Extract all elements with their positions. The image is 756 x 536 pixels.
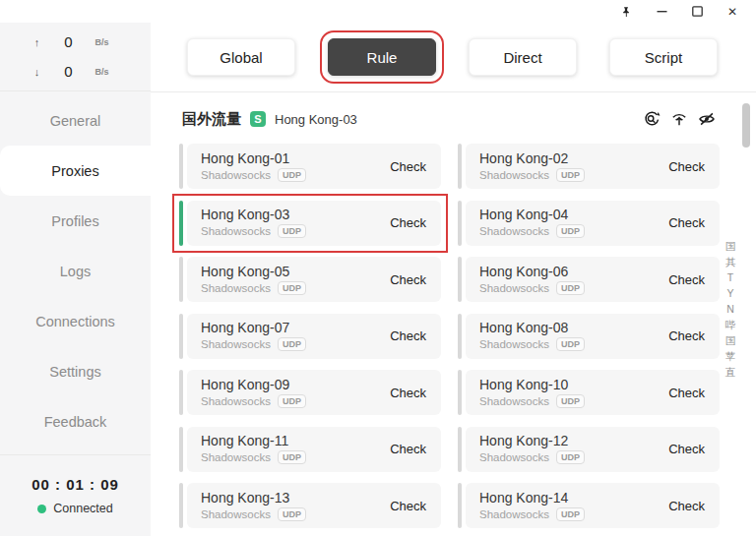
check-button[interactable]: Check	[668, 159, 720, 174]
proxy-protocol: Shadowsocks	[479, 395, 549, 407]
status-dot-icon	[37, 505, 46, 513]
mode-button-rule[interactable]: Rule	[328, 38, 436, 76]
proxy-name: Hong Kong-11	[201, 434, 390, 448]
proxy-card[interactable]: Hong Kong-04 Shadowsocks UDP Check	[458, 201, 720, 246]
proxy-name: Hong Kong-05	[201, 265, 390, 279]
proxy-protocol: Shadowsocks	[201, 338, 271, 350]
check-button[interactable]: Check	[668, 215, 720, 230]
sidebar-item-profiles[interactable]: Profiles	[0, 196, 151, 246]
titlebar: ✕	[0, 0, 756, 23]
mode-button-direct[interactable]: Direct	[469, 38, 577, 76]
check-button[interactable]: Check	[390, 328, 441, 343]
group-actions	[642, 109, 716, 128]
sidebar-footer: 00 : 01 : 09 Connected	[0, 454, 151, 536]
check-button[interactable]: Check	[390, 159, 441, 174]
sidebar-item-connections[interactable]: Connections	[0, 296, 151, 346]
proxy-status-bar	[458, 314, 462, 359]
sidebar-item-feedback[interactable]: Feedback	[0, 396, 151, 447]
sidebar-item-logs[interactable]: Logs	[0, 246, 151, 296]
sidebar-item-settings[interactable]: Settings	[0, 346, 151, 396]
proxy-protocol: Shadowsocks	[201, 451, 271, 463]
proxy-status-bar	[179, 427, 183, 472]
hide-details-eye-off-icon[interactable]	[697, 109, 716, 128]
proxy-name: Hong Kong-12	[479, 434, 668, 448]
sidebar-item-general[interactable]: General	[0, 95, 151, 146]
check-button[interactable]: Check	[390, 442, 441, 456]
proxy-status-bar	[458, 427, 462, 472]
group-index-item[interactable]: 国	[723, 238, 738, 254]
group-index-item[interactable]: 苹	[723, 348, 738, 364]
download-arrow-icon: ↓	[32, 66, 42, 78]
proxy-card[interactable]: Hong Kong-10 Shadowsocks UDP Check	[458, 370, 720, 415]
proxy-card[interactable]: Hong Kong-07 Shadowsocks UDP Check	[179, 314, 441, 359]
proxy-status-bar	[458, 370, 462, 415]
udp-badge: UDP	[278, 281, 306, 295]
proxy-status-bar	[179, 370, 183, 415]
udp-badge: UDP	[278, 394, 306, 408]
upload-arrow-icon: ↑	[32, 36, 42, 48]
group-title: 国外流量	[182, 110, 241, 129]
check-button[interactable]: Check	[390, 386, 441, 400]
group-index-item[interactable]: 直	[723, 364, 738, 380]
udp-badge: UDP	[278, 507, 306, 521]
proxy-protocol: Shadowsocks	[479, 508, 549, 520]
proxy-card[interactable]: Hong Kong-14 Shadowsocks UDP Check	[458, 483, 720, 528]
download-unit: B/s	[95, 67, 119, 77]
latency-test-icon[interactable]	[669, 109, 688, 128]
proxy-card[interactable]: Hong Kong-11 Shadowsocks UDP Check	[179, 427, 441, 472]
sidebar: ↑ 0 B/s ↓ 0 B/s GeneralProxiesProfilesLo…	[0, 23, 151, 536]
group-index-item[interactable]: N	[723, 301, 738, 317]
maximize-icon[interactable]	[679, 1, 715, 23]
check-button[interactable]: Check	[390, 499, 441, 513]
status-label: Connected	[53, 502, 112, 515]
group-index-item[interactable]: 哔	[723, 317, 738, 332]
scrollbar-thumb[interactable]	[742, 103, 750, 148]
pin-icon[interactable]	[608, 1, 644, 23]
upload-value: 0	[58, 33, 80, 50]
check-button[interactable]: Check	[668, 272, 720, 287]
check-button[interactable]: Check	[390, 272, 441, 287]
proxy-card[interactable]: Hong Kong-13 Shadowsocks UDP Check	[179, 483, 441, 528]
check-button[interactable]: Check	[668, 499, 720, 513]
proxy-card[interactable]: Hong Kong-01 Shadowsocks UDP Check	[179, 144, 441, 189]
speedtest-icon[interactable]	[642, 109, 661, 128]
group-index-item[interactable]: 其	[723, 254, 738, 269]
udp-badge: UDP	[278, 450, 306, 464]
sidebar-item-proxies[interactable]: Proxies	[0, 146, 151, 196]
proxy-card[interactable]: Hong Kong-02 Shadowsocks UDP Check	[458, 144, 720, 189]
proxy-name: Hong Kong-09	[201, 378, 390, 392]
check-button[interactable]: Check	[668, 328, 720, 343]
proxy-card[interactable]: Hong Kong-09 Shadowsocks UDP Check	[179, 370, 441, 415]
udp-badge: UDP	[556, 337, 585, 351]
proxy-card[interactable]: Hong Kong-12 Shadowsocks UDP Check	[458, 427, 720, 472]
proxy-grid: Hong Kong-01 Shadowsocks UDP Check Hong …	[179, 144, 720, 528]
selected-node-label: Hong Kong-03	[275, 112, 357, 127]
mode-button-global[interactable]: Global	[187, 38, 295, 76]
app-window: ✕ ↑ 0 B/s ↓ 0 B/s GeneralProxiesProfiles…	[0, 0, 756, 536]
proxy-card[interactable]: Hong Kong-03 Shadowsocks UDP Check	[179, 201, 441, 246]
proxy-protocol: Shadowsocks	[479, 338, 549, 350]
mode-button-script[interactable]: Script	[609, 38, 718, 76]
proxy-protocol: Shadowsocks	[201, 169, 271, 181]
header-divider	[151, 91, 756, 92]
proxy-card[interactable]: Hong Kong-05 Shadowsocks UDP Check	[179, 257, 441, 302]
check-button[interactable]: Check	[668, 386, 720, 400]
proxy-status-bar	[458, 201, 462, 246]
proxy-name: Hong Kong-13	[201, 491, 390, 506]
udp-badge: UDP	[556, 224, 585, 238]
proxy-card[interactable]: Hong Kong-06 Shadowsocks UDP Check	[458, 257, 720, 302]
group-index-item[interactable]: 国	[723, 332, 738, 348]
check-button[interactable]: Check	[668, 442, 720, 456]
proxy-status-bar	[179, 257, 183, 302]
proxy-protocol: Shadowsocks	[201, 395, 271, 407]
group-index-item[interactable]: T	[723, 269, 738, 285]
close-icon[interactable]: ✕	[715, 1, 750, 23]
group-index-item[interactable]: Y	[723, 285, 738, 301]
proxy-card[interactable]: Hong Kong-08 Shadowsocks UDP Check	[458, 314, 720, 359]
udp-badge: UDP	[278, 168, 306, 182]
minimize-icon[interactable]	[644, 1, 679, 23]
proxy-protocol: Shadowsocks	[201, 282, 271, 294]
proxy-name: Hong Kong-08	[479, 321, 668, 335]
proxy-group-header[interactable]: 国外流量 S Hong Kong-03	[182, 104, 357, 134]
check-button[interactable]: Check	[390, 215, 441, 230]
